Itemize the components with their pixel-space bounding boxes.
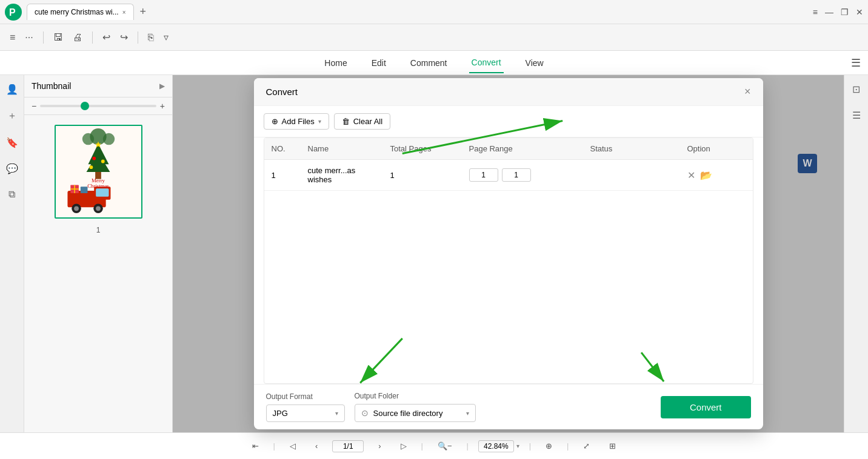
zoom-out-status-icon[interactable]: 🔍− (433, 439, 457, 453)
more-icon[interactable]: ▿ (161, 29, 171, 45)
col-total-pages: Total Pages (383, 138, 462, 159)
fit-width-icon[interactable]: ⊞ (604, 439, 621, 453)
add-plus-icon: ⊕ (272, 117, 278, 126)
win-maximize-icon[interactable]: ❐ (841, 7, 849, 17)
zoom-in-status-icon[interactable]: ⊕ (541, 439, 557, 453)
row-page-range (462, 162, 583, 188)
divider-4: | (529, 441, 531, 451)
row-option: ✕ 📂 (680, 163, 753, 187)
new-tab-button[interactable]: + (136, 4, 150, 19)
thumbnail-header: Thumbnail ▶ (24, 75, 172, 97)
row-name: cute merr...as wishes (301, 160, 383, 190)
prev-page-button[interactable]: ◁ (285, 439, 301, 453)
col-name: Name (301, 138, 383, 159)
sidebar-add-icon[interactable]: ＋ (4, 106, 21, 126)
option-icons: ✕ 📂 (687, 170, 746, 181)
format-select-dropdown[interactable]: JPG ▾ (266, 405, 345, 422)
right-panel-icon-2[interactable]: ☰ (849, 106, 864, 125)
dialog-header: Convert × (254, 78, 763, 106)
tab-bar: P cute merry Christmas wi... × + (5, 4, 813, 21)
right-sidebar: ⊡ ☰ (844, 75, 868, 432)
browser-tab[interactable]: cute merry Christmas wi... × (27, 4, 134, 20)
svg-point-4 (82, 133, 93, 145)
output-format-label: Output Format (266, 392, 345, 401)
convert-dialog: Convert × ⊕ Add Files ▾ 🗑 Clear All (254, 78, 763, 429)
add-files-dropdown-icon[interactable]: ▾ (318, 118, 321, 125)
dots-icon[interactable]: ··· (22, 30, 35, 45)
add-files-button[interactable]: ⊕ Add Files ▾ (264, 113, 329, 130)
dialog-footer: Output Format JPG ▾ Output Folder ⊙ Sour… (254, 384, 763, 429)
clear-all-button[interactable]: 🗑 Clear All (334, 113, 390, 130)
range-from-input[interactable] (469, 168, 498, 182)
sidebar-comment-icon[interactable]: 💬 (2, 159, 22, 178)
win-minimize-icon[interactable]: — (825, 7, 833, 17)
thumbnail-content: Merry Christmas 1 (24, 115, 172, 432)
thumbnail-collapse-icon[interactable]: ▶ (159, 82, 165, 90)
next-page-button[interactable]: ▷ (396, 439, 412, 453)
fit-page-icon[interactable]: ⤢ (578, 439, 595, 453)
svg-point-10 (101, 160, 104, 163)
right-panel-icon-1[interactable]: ⊡ (849, 80, 864, 99)
menu-view[interactable]: View (523, 53, 546, 73)
thumbnail-controls: − + (24, 97, 172, 115)
svg-point-11 (89, 165, 93, 169)
svg-rect-15 (96, 188, 109, 197)
prev-page-icon[interactable]: ‹ (310, 439, 322, 453)
goto-first-page-button[interactable]: ⇤ (247, 439, 264, 453)
print-icon[interactable]: 🖨 (70, 30, 85, 45)
menu-edit[interactable]: Edit (369, 53, 389, 73)
delete-file-icon[interactable]: ✕ (687, 170, 695, 181)
right-panel-icon[interactable]: ☰ (851, 56, 861, 70)
zoom-thumb[interactable] (81, 102, 89, 110)
content-area: W Convert × ⊕ Add Files ▾ 🗑 (173, 75, 844, 432)
divider-2: | (421, 441, 423, 451)
folder-select-dropdown[interactable]: ⊙ Source file directory ▾ (355, 404, 476, 422)
convert-button[interactable]: Convert (661, 396, 751, 418)
toolbar: ≡ ··· 🖫 🖨 ↩ ↪ ⎘ ▿ (0, 24, 868, 51)
menu-convert[interactable]: Convert (469, 53, 504, 73)
title-bar: P cute merry Christmas wi... × + ≡ — ❐ ✕ (0, 0, 868, 24)
svg-rect-23 (80, 187, 87, 193)
share-icon[interactable]: ⎘ (145, 30, 156, 45)
zoom-value: 42.84% (478, 440, 514, 452)
thumbnail-panel: Thumbnail ▶ − + (24, 75, 173, 432)
dialog-toolbar: ⊕ Add Files ▾ 🗑 Clear All (254, 106, 763, 137)
clear-all-label: Clear All (353, 117, 382, 126)
open-folder-icon[interactable]: 📂 (700, 170, 712, 181)
dialog-close-button[interactable]: × (744, 85, 751, 98)
format-dropdown-arrow: ▾ (335, 410, 338, 417)
sidebar-person-icon[interactable]: 👤 (2, 80, 22, 99)
table-body: 1 cute merr...as wishes 1 (264, 160, 753, 329)
tab-close-icon[interactable]: × (122, 9, 126, 16)
thumbnail-image[interactable]: Merry Christmas (55, 125, 142, 219)
win-close-icon[interactable]: ✕ (856, 7, 863, 17)
hamburger-icon[interactable]: ≡ (7, 30, 18, 45)
output-folder-section: Output Folder ⊙ Source file directory ▾ (355, 392, 476, 422)
zoom-out-icon[interactable]: − (32, 101, 36, 111)
page-range-inputs (469, 168, 576, 182)
win-menu-icon[interactable]: ≡ (813, 7, 818, 17)
save-icon[interactable]: 🖫 (51, 30, 65, 45)
main-area: 👤 ＋ 🔖 💬 ⧉ Thumbnail ▶ − + (0, 75, 868, 432)
output-format-section: Output Format JPG ▾ (266, 392, 345, 422)
svg-text:Merry: Merry (92, 177, 105, 183)
zoom-display: 42.84% ▾ (478, 440, 519, 452)
next-page-icon[interactable]: › (373, 439, 386, 453)
toolbar-divider-3 (138, 31, 138, 44)
zoom-slider[interactable] (40, 105, 156, 107)
redo-icon[interactable]: ↪ (118, 29, 130, 45)
sidebar-bookmark-icon[interactable]: 🔖 (2, 133, 22, 152)
zoom-in-icon[interactable]: + (160, 101, 165, 111)
svg-point-5 (102, 133, 114, 145)
col-option: Option (680, 138, 753, 159)
undo-icon[interactable]: ↩ (100, 29, 113, 45)
menu-comment[interactable]: Comment (408, 53, 450, 73)
svg-text:P: P (9, 7, 16, 18)
toolbar-divider-2 (92, 31, 93, 44)
sidebar-layers-icon[interactable]: ⧉ (5, 185, 19, 203)
table-row: 1 cute merr...as wishes 1 (264, 160, 753, 191)
page-input[interactable] (332, 440, 364, 452)
zoom-dropdown-arrow[interactable]: ▾ (516, 443, 519, 449)
range-to-input[interactable] (502, 168, 531, 182)
menu-home[interactable]: Home (322, 53, 349, 73)
